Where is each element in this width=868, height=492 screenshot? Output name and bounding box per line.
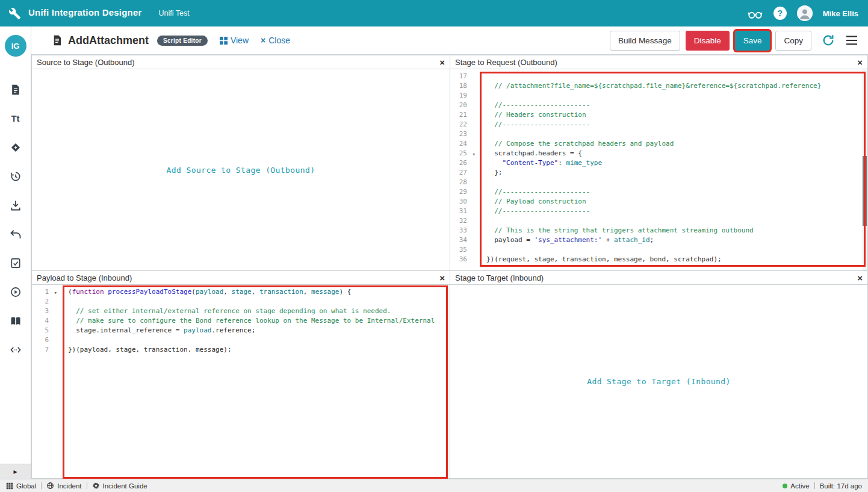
line-number: 4 xyxy=(32,316,60,326)
code-line[interactable]: // /attachment?file_name=${scratchpad.fi… xyxy=(486,81,867,91)
code-token-plain: })(request, stage, transaction, message,… xyxy=(486,255,722,263)
line-number-gutter: 1▾234567 xyxy=(32,287,60,478)
vertical-scrollbar[interactable] xyxy=(862,69,867,270)
download-icon[interactable] xyxy=(9,199,22,211)
code-line[interactable]: scratchpad.headers = { xyxy=(486,149,867,158)
active-status-dot xyxy=(783,484,787,488)
code-line[interactable]: // set either internal/external referenc… xyxy=(68,307,450,316)
line-number: 36 xyxy=(450,255,478,264)
code-line[interactable]: stage.internal_reference = payload.refer… xyxy=(68,326,450,335)
line-number: 1▾ xyxy=(32,287,60,297)
sidebar-expand-button[interactable]: ▸ xyxy=(0,464,31,479)
code-token-comment: // Payload construction xyxy=(486,198,586,205)
code-icon[interactable] xyxy=(9,343,22,356)
code-line[interactable] xyxy=(486,245,867,255)
line-number: 6 xyxy=(32,335,60,345)
user-name[interactable]: Mike Ellis xyxy=(823,9,858,18)
fold-toggle-icon[interactable]: ▾ xyxy=(473,149,476,159)
field-map-icon[interactable] xyxy=(9,141,22,154)
code-line[interactable] xyxy=(486,72,867,81)
code-line[interactable]: //---------------------- xyxy=(486,120,867,129)
scope-selector[interactable]: Global xyxy=(6,482,36,490)
code-token-plain xyxy=(486,159,503,167)
code-token-plain: ( xyxy=(68,288,72,296)
view-link[interactable]: View xyxy=(220,36,249,45)
chevron-right-icon: ▸ xyxy=(13,467,17,476)
code-line[interactable]: }; xyxy=(486,168,867,178)
add-stage-to-target-link[interactable]: Add Stage to Target (Inbound) xyxy=(587,377,731,386)
code-token-comment: // This is the string that triggers atta… xyxy=(486,226,754,234)
copy-button[interactable]: Copy xyxy=(775,31,811,51)
line-number: 33 xyxy=(450,226,478,235)
text-fields-icon[interactable]: Tt xyxy=(9,112,22,125)
disable-button[interactable]: Disable xyxy=(686,31,730,51)
process-label: Incident xyxy=(57,482,81,490)
code-line[interactable] xyxy=(68,297,450,307)
code-line[interactable] xyxy=(486,129,867,139)
code-token-plain: stage.internal_reference = xyxy=(68,326,184,334)
page-title: AddAttachment xyxy=(68,34,149,47)
payload-to-stage-code-editor[interactable]: 1▾234567 (function processPayloadToStage… xyxy=(32,285,450,478)
code-line[interactable] xyxy=(486,216,867,226)
code-line[interactable]: // Headers construction xyxy=(486,110,867,120)
build-message-button[interactable]: Build Message xyxy=(610,31,680,51)
line-number: 32 xyxy=(450,216,478,226)
help-icon[interactable]: ? xyxy=(773,7,787,20)
line-number: 29 xyxy=(450,187,478,197)
user-avatar[interactable] xyxy=(797,5,813,21)
code-line[interactable] xyxy=(68,335,450,345)
code-line[interactable]: //---------------------- xyxy=(486,101,867,110)
close-icon[interactable]: × xyxy=(439,58,445,67)
close-label: Close xyxy=(268,36,290,45)
close-icon[interactable]: × xyxy=(857,58,863,67)
history-icon[interactable] xyxy=(9,170,22,182)
guide-selector[interactable]: Incident Guide xyxy=(92,482,147,490)
env-label[interactable]: Unifi Test xyxy=(159,9,190,17)
code-token-plain: ( xyxy=(191,288,196,296)
code-line[interactable] xyxy=(486,91,867,101)
code-line[interactable]: //---------------------- xyxy=(486,187,867,197)
left-sidebar: IG Tt xyxy=(0,26,31,479)
code-line[interactable]: "Content-Type": mime_type xyxy=(486,158,867,168)
close-link[interactable]: × Close xyxy=(261,36,290,45)
code-line[interactable] xyxy=(486,178,867,187)
tasks-icon[interactable] xyxy=(9,257,22,269)
hamburger-menu-icon[interactable] xyxy=(845,35,858,46)
undo-icon[interactable] xyxy=(9,228,22,240)
line-number: 25▾ xyxy=(450,149,478,158)
document-icon[interactable] xyxy=(9,83,22,96)
file-icon xyxy=(52,34,63,46)
code-token-plain: .reference; xyxy=(211,326,255,334)
code-line[interactable]: })(payload, stage, transaction, message)… xyxy=(68,345,450,355)
close-icon[interactable]: × xyxy=(439,273,445,282)
code-lines[interactable]: (function processPayloadToStage(payload,… xyxy=(60,287,450,478)
built-timestamp: Built: 17d ago xyxy=(820,482,862,490)
code-line[interactable]: // Compose the scratchpad headers and pa… xyxy=(486,139,867,149)
save-button[interactable]: Save xyxy=(735,31,770,51)
code-token-def: processPayloadToStage xyxy=(108,288,191,296)
code-line[interactable]: // make sure to configure the Bond refer… xyxy=(68,316,450,326)
glasses-icon[interactable] xyxy=(747,5,763,22)
stage-to-request-code-editor[interactable]: 171819202122232425▾262728293031323334353… xyxy=(450,69,867,270)
code-token-plain: })(payload, stage, transaction, message)… xyxy=(68,346,232,353)
scrollbar-thumb[interactable] xyxy=(863,156,867,226)
line-number: 18 xyxy=(450,81,478,91)
fold-toggle-icon[interactable]: ▾ xyxy=(54,288,57,297)
documentation-icon[interactable] xyxy=(9,314,22,327)
refresh-icon[interactable] xyxy=(822,34,835,47)
run-icon[interactable] xyxy=(9,285,22,298)
code-line[interactable]: //---------------------- xyxy=(486,207,867,216)
workspace-avatar[interactable]: IG xyxy=(5,35,26,57)
process-selector[interactable]: Incident xyxy=(46,482,81,490)
code-line[interactable]: (function processPayloadToStage(payload,… xyxy=(68,287,450,297)
code-token-plain: scratchpad.headers = { xyxy=(486,149,582,157)
code-line[interactable]: })(request, stage, transaction, message,… xyxy=(486,255,867,264)
code-token-comment: // set either internal/external referenc… xyxy=(68,307,391,315)
app-title[interactable]: Unifi Integration Designer xyxy=(28,7,142,17)
close-icon[interactable]: × xyxy=(857,273,863,282)
code-line[interactable]: // This is the string that triggers atta… xyxy=(486,226,867,235)
code-lines[interactable]: // /attachment?file_name=${scratchpad.fi… xyxy=(478,72,867,270)
code-line[interactable]: // Payload construction xyxy=(486,197,867,207)
add-source-to-stage-link[interactable]: Add Source to Stage (Outbound) xyxy=(167,166,315,175)
code-line[interactable]: payload = 'sys_attachment:' + attach_id; xyxy=(486,235,867,245)
